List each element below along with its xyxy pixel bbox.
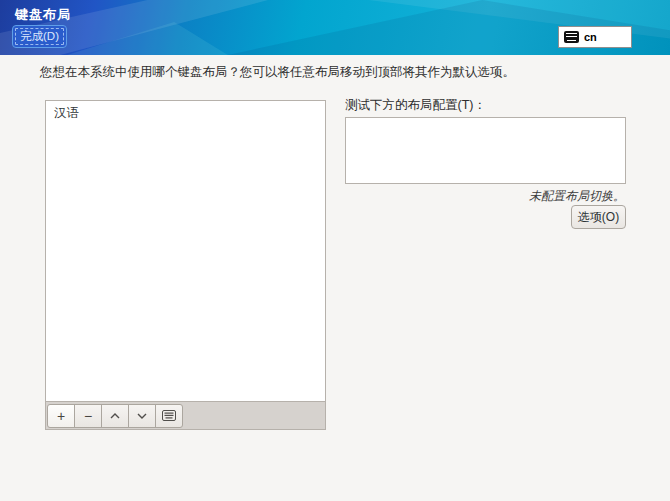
layout-test-input[interactable] xyxy=(345,117,626,184)
layout-switch-note: 未配置布局切换。 xyxy=(345,188,625,205)
keyboard-icon xyxy=(564,31,579,43)
minus-icon: − xyxy=(84,409,92,423)
done-button[interactable]: 完成(D) xyxy=(12,25,67,48)
test-config-label: 测试下方的布局配置(T)： xyxy=(345,97,486,114)
chevron-down-icon xyxy=(137,413,147,419)
chevron-up-icon xyxy=(110,413,120,419)
move-up-button[interactable] xyxy=(101,404,129,428)
layout-list-frame: 汉语 + − xyxy=(45,100,326,430)
add-layout-button[interactable]: + xyxy=(47,404,75,428)
page-title: 键盘布局 xyxy=(15,6,71,24)
list-item[interactable]: 汉语 xyxy=(46,101,325,126)
instruction-text: 您想在本系统中使用哪个键盘布局？您可以将任意布局移动到顶部将其作为默认选项。 xyxy=(40,64,515,81)
plus-icon: + xyxy=(57,409,65,423)
remove-layout-button[interactable]: − xyxy=(74,404,102,428)
keyboard-layout-screen: 键盘布局 完成(D) cn 您想在本系统中使用哪个键盘布局？您可以将任意布局移动… xyxy=(0,0,670,501)
keyboard-layout-indicator[interactable]: cn xyxy=(558,26,632,48)
layout-list[interactable]: 汉语 xyxy=(46,101,325,401)
keyboard-layout-code: cn xyxy=(584,31,597,43)
layout-list-toolbar: + − xyxy=(46,401,325,429)
preview-layout-button[interactable] xyxy=(155,404,183,428)
options-button[interactable]: 选项(O) xyxy=(571,205,626,229)
move-down-button[interactable] xyxy=(128,404,156,428)
keyboard-icon xyxy=(162,410,176,421)
